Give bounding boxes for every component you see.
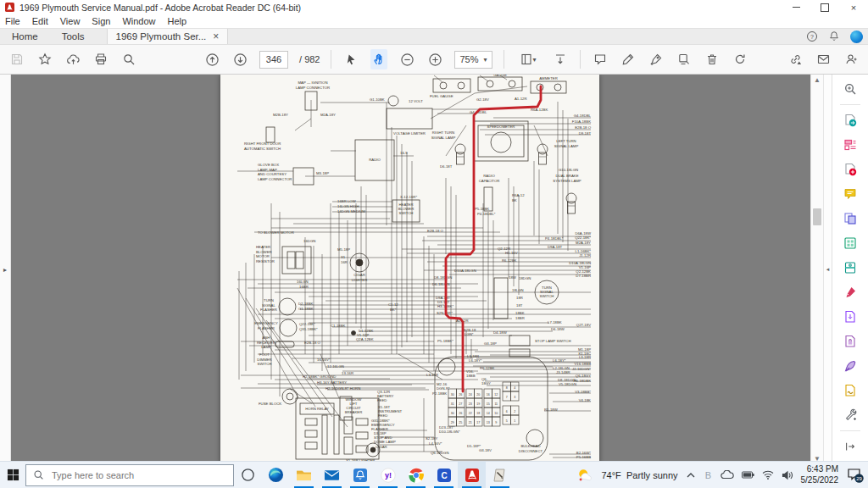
print-button[interactable] — [92, 49, 109, 69]
zoom-level-select[interactable]: 75% ▾ — [454, 51, 492, 69]
vertical-scrollbar[interactable]: ▲ ▼ — [810, 75, 823, 464]
fit-width-button[interactable] — [552, 49, 569, 69]
diagram-label: L6-18Y* — [469, 358, 482, 363]
certificates-icon[interactable] — [839, 357, 861, 375]
taskbar-clock[interactable]: 6:43 PM 5/25/2022 — [801, 464, 839, 485]
select-tool-button[interactable] — [342, 49, 359, 69]
more-tools-icon[interactable] — [839, 406, 861, 424]
component-circle — [287, 393, 293, 400]
organize-pages-icon[interactable] — [839, 234, 861, 252]
comment-tool-icon[interactable] — [839, 185, 861, 203]
tab-document[interactable]: 1969 Plymouth Ser...× — [107, 29, 229, 44]
stamp-button[interactable] — [676, 49, 693, 69]
weather-text[interactable]: 74°F Partly sunny — [601, 470, 677, 480]
page-count: / 982 — [299, 54, 320, 64]
share-with-others-button[interactable] — [843, 49, 860, 69]
menu-file[interactable]: File — [5, 16, 20, 26]
diagram-label: DOME LAMP — [374, 440, 396, 444]
find-button[interactable] — [120, 49, 137, 69]
mail-taskbar-icon[interactable] — [318, 462, 346, 488]
diagram-label: BK* — [390, 308, 397, 312]
diagram-label: C1-12 — [388, 302, 398, 307]
acrobat-taskbar-icon[interactable] — [458, 462, 486, 488]
edge-taskbar-icon[interactable] — [262, 462, 290, 488]
rotate-pages-button[interactable] — [732, 49, 748, 69]
fill-sign-icon[interactable] — [839, 283, 861, 302]
notifications-bell-icon[interactable] — [828, 30, 840, 42]
menu-sign[interactable]: Sign — [92, 16, 110, 26]
diagram-label: AUTOMATIC SWITCH — [244, 147, 281, 151]
compress-pdf-icon[interactable] — [839, 308, 861, 326]
comment-button[interactable] — [592, 49, 609, 69]
page-separator: / — [299, 54, 302, 64]
highlight-pencil-button[interactable] — [620, 49, 637, 69]
star-favorite-button[interactable] — [36, 49, 53, 69]
c-app-taskbar-icon[interactable]: C — [430, 462, 458, 488]
left-pane-handle[interactable]: ▸ — [0, 75, 11, 464]
connector-cell-number: 26 — [459, 393, 462, 396]
weather-icon[interactable] — [576, 468, 593, 483]
tools-panel-collapse-handle[interactable]: ◂ — [823, 75, 832, 464]
protect-pdf-icon[interactable] — [839, 332, 861, 351]
search-input[interactable] — [50, 469, 198, 481]
component-box — [305, 442, 317, 449]
document-canvas[interactable]: 3026312730262925242023192218211716121511… — [11, 75, 810, 464]
next-page-button[interactable] — [231, 49, 248, 69]
save-button[interactable] — [8, 49, 25, 69]
wifi-icon[interactable] — [762, 470, 774, 480]
menu-view[interactable]: View — [60, 16, 81, 26]
svg-text:29: 29 — [856, 475, 862, 480]
tab-close-icon[interactable]: × — [213, 31, 219, 42]
help-icon[interactable]: ? — [806, 30, 818, 42]
user-avatar[interactable] — [850, 30, 863, 43]
scrollbar-thumb[interactable] — [813, 208, 821, 225]
diagram-label: GAUGE — [493, 75, 507, 77]
diagram-label: SPEEDOMETER — [487, 125, 515, 129]
delete-pages-button[interactable] — [704, 49, 721, 69]
diagram-label: P2-18BK — [432, 391, 447, 396]
volume-icon[interactable] — [782, 470, 793, 480]
taskbar-search[interactable] — [25, 464, 234, 486]
chevron-down-icon: ▾ — [533, 56, 537, 64]
previous-page-button[interactable] — [203, 49, 220, 69]
cloud-upload-button[interactable] — [64, 49, 81, 69]
close-button[interactable]: × — [839, 0, 868, 14]
start-button[interactable] — [0, 462, 25, 488]
share-link-button[interactable] — [787, 49, 804, 69]
edit-pdf-icon[interactable] — [839, 136, 861, 154]
combine-files-icon[interactable] — [839, 209, 861, 228]
create-pdf-icon[interactable] — [839, 160, 861, 179]
request-signatures-icon[interactable] — [839, 381, 861, 400]
maximize-button[interactable] — [810, 0, 839, 14]
export-pdf-icon[interactable] — [839, 111, 861, 130]
battery-icon[interactable] — [742, 471, 754, 479]
onedrive-icon[interactable] — [721, 470, 734, 480]
zoom-in-button[interactable] — [426, 49, 443, 69]
fill-sign-pen-button[interactable] — [648, 49, 665, 69]
page-display-menu-button[interactable]: ▾ — [515, 49, 541, 69]
menu-window[interactable]: Window — [122, 16, 155, 26]
expand-tools-panel-button[interactable] — [839, 437, 861, 456]
search-tools-icon[interactable] — [839, 80, 861, 98]
hand-tool-button[interactable] — [370, 49, 387, 69]
chrome-taskbar-icon[interactable] — [402, 462, 430, 488]
scroll-up-arrow[interactable]: ▲ — [811, 76, 823, 84]
zoom-out-button[interactable] — [398, 49, 415, 69]
bell-app-taskbar-icon[interactable] — [346, 462, 374, 488]
b-indicator-icon[interactable]: B — [704, 469, 713, 480]
scan-ocr-icon[interactable] — [839, 258, 861, 277]
menu-edit[interactable]: Edit — [32, 16, 48, 26]
notes-app-taskbar-icon[interactable] — [486, 462, 514, 488]
email-share-button[interactable] — [815, 49, 832, 69]
cortana-taskbar-icon[interactable] — [234, 462, 262, 488]
file-explorer-taskbar-icon[interactable] — [290, 462, 318, 488]
tab-home[interactable]: Home — [0, 29, 50, 44]
tab-tools[interactable]: Tools — [50, 29, 97, 44]
chevron-up-icon[interactable] — [686, 471, 696, 480]
diagram-label: Q6-18GY — [576, 374, 591, 378]
action-center-icon[interactable]: 29 — [846, 467, 865, 484]
yahoo-app-taskbar-icon[interactable]: y! — [374, 462, 402, 488]
menu-help[interactable]: Help — [168, 16, 187, 26]
page-number-input[interactable]: 346 — [259, 51, 288, 69]
minimize-button[interactable] — [782, 0, 810, 14]
